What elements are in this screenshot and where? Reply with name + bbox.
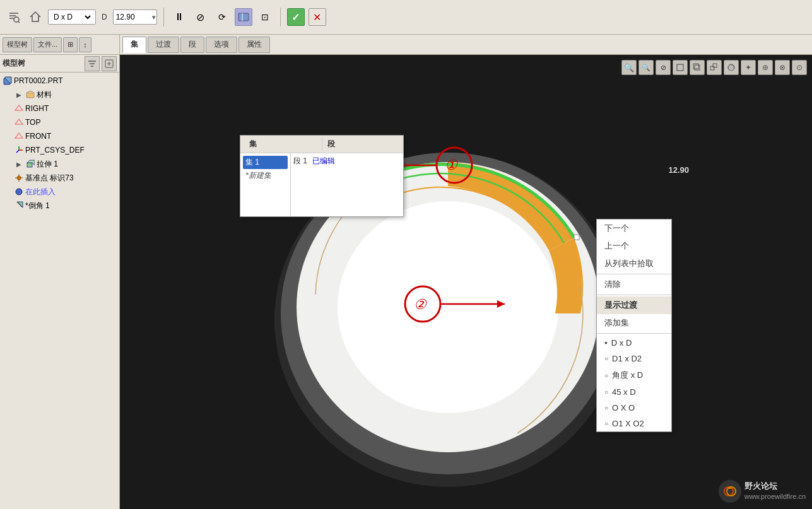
other-btn[interactable]: ⊞ [63,37,78,52]
svg-line-1 [18,21,20,23]
collection-set-1[interactable]: 集 1 [243,156,288,169]
watermark-text-block: 野火论坛 www.proewildfire.cn [744,481,806,501]
loop-icon[interactable]: ⟳ [213,8,231,26]
stop-icon[interactable]: ⊘ [192,8,209,26]
svg-rect-29 [693,64,698,69]
svg-rect-28 [695,65,700,70]
top-toolbar: D x D D1 x D2 角度 x D D ▼ ⏸ ⊘ ⟳ ⊡ ✓ ✕ [0,0,812,35]
tree-item-material-label: 材料 [37,90,52,100]
tree-item-chamfer[interactable]: *倒角 1 [0,199,119,213]
extra-btn[interactable]: ↕ [79,37,91,52]
chamfer-icon [14,201,24,211]
settings-btn[interactable]: ⊕ [758,60,773,75]
plane-icon-top [14,117,24,127]
segment-name-1: 段 1 [293,156,307,167]
confirm-button[interactable]: ✓ [287,8,305,26]
cancel-button[interactable]: ✕ [309,8,326,26]
context-menu-d1xd2[interactable]: D1 x D2 [597,351,671,366]
tree-item-csys[interactable]: PRT_CSYS_DEF [0,143,119,157]
col-header-set: 集 [244,137,322,151]
svg-rect-19 [27,163,32,167]
context-menu-dxd[interactable]: D x D [597,335,671,351]
svg-point-0 [14,17,19,22]
zoom-out-btn[interactable]: 🔍 [638,60,654,75]
model-tree-btn[interactable]: 模型树 [3,37,32,52]
context-menu-add-set[interactable]: 添加集 [597,314,671,332]
context-menu-show-transition[interactable]: 显示过渡 [597,296,671,314]
tab-set[interactable]: 集 [122,37,146,53]
context-menu-angxd[interactable]: 角度 x D [597,366,671,384]
svg-marker-45 [497,300,505,308]
svg-rect-37 [574,235,579,240]
svg-rect-30 [710,66,714,70]
watermark: 野火论坛 www.proewildfire.cn [719,480,806,503]
separator-ctx-1 [597,274,671,274]
view3-btn[interactable] [707,60,722,75]
watermark-brand: 野火论坛 [744,481,806,492]
step-icon[interactable] [235,8,252,26]
tree-item-top[interactable]: TOP [0,115,119,129]
context-menu-prev[interactable]: 上一个 [597,237,671,255]
tab-options[interactable]: 选项 [206,37,237,53]
model-tree-list: PRT0002.PRT ▶ 材料 RIGHT [0,73,119,509]
tab-properties[interactable]: 属性 [238,37,270,53]
file-btn[interactable]: 文件... [33,37,62,52]
svg-text:②: ② [414,296,427,312]
part-icon [3,76,13,86]
context-menu-o1xo2[interactable]: O1 X O2 [597,416,671,431]
shade-btn[interactable] [724,60,739,75]
app-icon-1[interactable] [5,8,23,26]
zoom-fit-btn[interactable]: ⊘ [656,60,671,75]
left-toolbar-buttons: 模型树 文件... ⊞ ↕ [0,35,120,54]
zoom-in-btn[interactable]: 🔍 [621,60,637,75]
svg-line-18 [16,150,19,153]
pause-icon[interactable]: ⏸ [170,8,188,26]
dimension-value-input-container: ▼ [113,9,157,25]
tree-settings-btn[interactable] [102,56,117,71]
datum-icon [14,173,24,183]
tree-item-root[interactable]: PRT0002.PRT [0,74,119,88]
rotate-btn[interactable]: ✦ [741,60,756,75]
view-box-btn[interactable] [673,60,688,75]
app-icon-2[interactable] [26,8,44,26]
tab-segment[interactable]: 段 [180,37,204,53]
context-menu-pick-list[interactable]: 从列表中拾取 [597,255,671,272]
tree-item-insert[interactable]: 在此插入 [0,185,119,199]
tree-item-csys-label: PRT_CSYS_DEF [25,146,85,155]
context-menu-oxo[interactable]: O X O [597,400,671,416]
svg-marker-14 [15,119,23,124]
preview-icon[interactable]: ⊡ [256,8,274,26]
viewport[interactable]: 🔍 🔍 ⊘ ✦ ⊕ ⊗ ⊙ 12.90 [120,55,812,509]
tree-item-material[interactable]: ▶ 材料 [0,88,119,102]
col-header-seg: 段 [322,137,400,151]
tree-item-root-label: PRT0002.PRT [14,76,63,85]
collection-new-set[interactable]: *新建集 [243,169,288,182]
dimension-label: D [102,13,107,21]
context-menu: 下一个 上一个 从列表中拾取 清除 显示过渡 添加集 D x D D1 x D2… [596,219,672,432]
tree-item-front[interactable]: FRONT [0,129,119,143]
tab-transition[interactable]: 过渡 [148,37,179,53]
dimension-value-input[interactable] [116,13,151,21]
extra-vp-btn[interactable]: ⊙ [792,60,807,75]
context-menu-clear[interactable]: 清除 [597,276,671,293]
main-area: 模型树 [0,55,812,509]
segment-row-1[interactable]: 段 1 已编辑 [293,156,401,167]
context-menu-next[interactable]: 下一个 [597,219,671,237]
cross-btn[interactable]: ⊗ [775,60,790,75]
dimension-type-dropdown[interactable]: D x D D1 x D2 角度 x D [48,9,96,25]
tree-filter-btn[interactable] [85,56,100,71]
context-menu-45xd[interactable]: 45 x D [597,384,671,400]
dimension-type-select[interactable]: D x D D1 x D2 角度 x D [51,12,93,22]
tree-item-datum73[interactable]: 基准点 标识73 [0,171,119,185]
dimension-dropdown-arrow[interactable]: ▼ [151,14,157,21]
model-tree-title: 模型树 [3,58,25,69]
collection-segment-list: 段 1 已编辑 [291,153,403,216]
svg-marker-13 [15,105,23,110]
plane-icon-front [14,131,24,141]
perspective-btn[interactable] [690,60,705,75]
dimension-display: 12.90 [668,165,689,175]
tree-item-right[interactable]: RIGHT [0,102,119,115]
svg-point-24 [16,189,22,195]
watermark-logo [719,480,741,503]
tree-item-extrude[interactable]: ▶ 拉伸 1 [0,157,119,171]
